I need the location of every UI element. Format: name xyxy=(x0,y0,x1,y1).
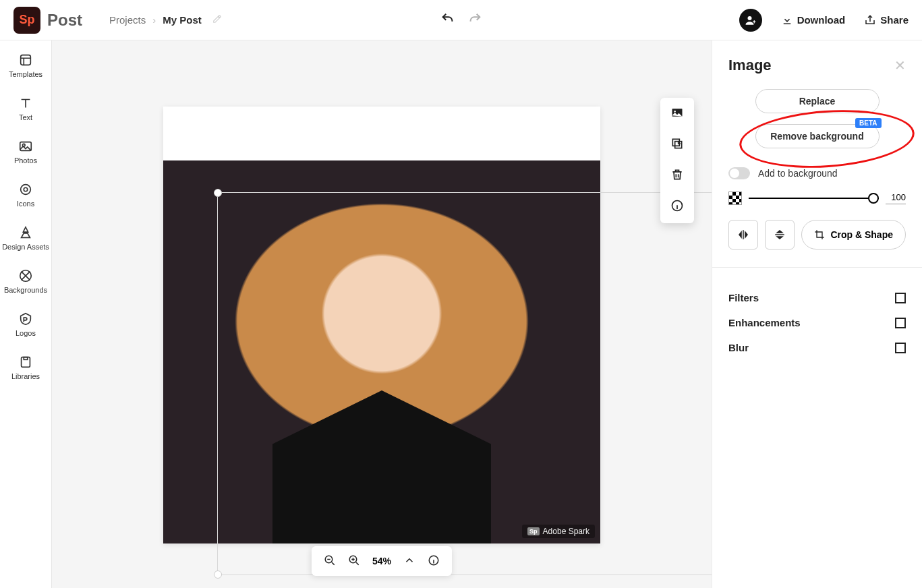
crop-shape-button[interactable]: Crop & Shape xyxy=(801,220,906,249)
redo-icon[interactable] xyxy=(467,11,482,29)
chevron-right-icon: › xyxy=(152,14,156,26)
info-icon[interactable] xyxy=(428,554,440,568)
svg-rect-9 xyxy=(24,357,28,360)
selection-handle[interactable] xyxy=(214,570,222,579)
rail-label: Libraries xyxy=(11,372,40,380)
rail-templates[interactable]: Templates xyxy=(9,53,42,78)
zoom-in-icon[interactable] xyxy=(348,554,360,568)
app-name: Post xyxy=(47,11,82,30)
rail-label: Photos xyxy=(14,156,37,165)
download-button[interactable]: Download xyxy=(781,14,846,26)
download-label: Download xyxy=(797,14,846,26)
rail-label: Design Assets xyxy=(2,243,49,251)
invite-button[interactable] xyxy=(739,9,762,32)
rail-label: Logos xyxy=(16,329,36,337)
breadcrumb: Projects › My Post xyxy=(109,14,222,26)
rail-design-assets[interactable]: Design Assets xyxy=(2,225,49,251)
watermark: Sp Adobe Spark xyxy=(522,525,595,538)
slider-thumb[interactable] xyxy=(868,193,879,204)
panel-title: Image xyxy=(728,57,772,74)
rail-text[interactable]: Text xyxy=(18,96,33,121)
flip-vertical-button[interactable] xyxy=(765,220,795,249)
pencil-icon[interactable] xyxy=(212,14,222,26)
section-label: Enhancements xyxy=(728,317,801,328)
rail-libraries[interactable]: Libraries xyxy=(11,355,40,380)
selection-handle[interactable] xyxy=(214,189,222,197)
svg-point-11 xyxy=(674,111,676,113)
floating-toolbar xyxy=(660,98,694,223)
info-icon[interactable] xyxy=(670,199,684,215)
section-label: Blur xyxy=(728,342,749,353)
remove-bg-label: Remove background xyxy=(770,131,863,142)
add-to-background-label: Add to background xyxy=(758,168,838,179)
svg-rect-2 xyxy=(21,55,31,65)
section-blur[interactable]: Blur xyxy=(728,335,906,360)
rail-logos[interactable]: Logos xyxy=(16,312,36,337)
right-panel: Image ✕ Replace Remove background BETA A… xyxy=(712,40,922,588)
breadcrumb-projects[interactable]: Projects xyxy=(109,14,146,26)
duplicate-icon[interactable] xyxy=(670,137,684,153)
flip-horizontal-button[interactable] xyxy=(728,220,758,249)
canvas-image[interactable]: Sp Adobe Spark xyxy=(163,160,600,543)
top-right-actions: Download Share xyxy=(739,9,909,32)
beta-badge: BETA xyxy=(855,118,881,128)
zoom-level[interactable]: 54% xyxy=(372,556,391,566)
watermark-badge: Sp xyxy=(527,527,540,535)
trash-icon[interactable] xyxy=(670,168,684,184)
rail-backgrounds[interactable]: Backgrounds xyxy=(4,268,47,294)
section-label: Filters xyxy=(728,292,759,303)
section-enhancements[interactable]: Enhancements xyxy=(728,310,906,335)
expand-icon xyxy=(895,293,906,303)
divider xyxy=(712,267,922,268)
app-logo[interactable]: Sp xyxy=(13,7,40,34)
svg-point-5 xyxy=(21,185,31,195)
history-controls xyxy=(440,11,482,29)
svg-point-6 xyxy=(24,187,28,192)
artboard[interactable]: Sp Adobe Spark xyxy=(163,107,600,543)
rail-photos[interactable]: Photos xyxy=(14,139,37,165)
rail-icons[interactable]: Icons xyxy=(17,182,34,208)
zoom-out-icon[interactable] xyxy=(324,554,336,568)
expand-icon xyxy=(895,343,906,353)
rail-label: Text xyxy=(19,113,32,121)
rail-label: Templates xyxy=(9,70,42,78)
rail-label: Backgrounds xyxy=(4,286,47,294)
close-icon[interactable]: ✕ xyxy=(894,57,906,74)
rail-label: Icons xyxy=(17,200,34,208)
zoom-bar: 54% xyxy=(312,546,452,576)
opacity-slider[interactable] xyxy=(749,198,879,199)
canvas-area[interactable]: Sp Adobe Spark 54% xyxy=(52,40,712,588)
share-label: Share xyxy=(880,14,909,26)
svg-point-0 xyxy=(747,16,751,20)
share-button[interactable]: Share xyxy=(864,14,909,26)
watermark-text: Adobe Spark xyxy=(543,527,589,536)
breadcrumb-current[interactable]: My Post xyxy=(163,14,202,26)
replace-button[interactable]: Replace xyxy=(755,89,880,113)
chevron-up-icon[interactable] xyxy=(403,554,415,568)
transparency-icon xyxy=(728,192,742,205)
remove-background-button[interactable]: Remove background BETA xyxy=(755,124,880,148)
expand-icon xyxy=(895,318,906,328)
add-to-background-toggle[interactable] xyxy=(728,167,750,179)
section-filters[interactable]: Filters xyxy=(728,285,906,310)
image-icon[interactable] xyxy=(670,106,684,122)
left-rail: Templates Text Photos Icons Design Asset… xyxy=(0,40,52,588)
svg-rect-8 xyxy=(22,357,30,368)
crop-label: Crop & Shape xyxy=(830,229,893,240)
top-bar: Sp Post Projects › My Post Download Shar… xyxy=(0,0,922,40)
opacity-value[interactable]: 100 xyxy=(886,192,906,204)
undo-icon[interactable] xyxy=(440,11,455,29)
